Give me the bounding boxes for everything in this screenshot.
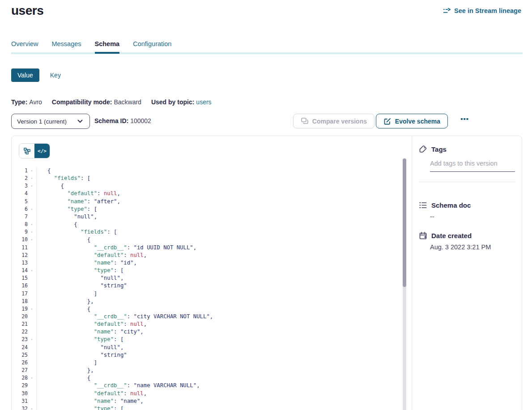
- fold-spacer: [28, 320, 36, 328]
- fold-spacer: [28, 351, 36, 359]
- line-number: 4: [12, 190, 28, 197]
- used-by-topic-label: Used by topic:: [151, 98, 194, 106]
- tree-view-button[interactable]: [19, 144, 34, 158]
- fold-arrow-icon[interactable]: ▾: [28, 228, 36, 236]
- code-text: {: [37, 167, 51, 175]
- code-line: 8▾ {: [12, 221, 396, 228]
- line-number: 14: [12, 267, 28, 274]
- code-line: 26 ]: [12, 359, 396, 367]
- line-number: 31: [12, 397, 28, 405]
- schema-meta-row: Type:Avro Compatibility mode:Backward Us…: [11, 98, 212, 106]
- gutter: 28▾: [12, 374, 37, 382]
- code-editor[interactable]: 1▾{2▾ "fields": [3▾ {4 "default": null,5…: [12, 167, 396, 410]
- compare-versions-button[interactable]: Compare versions: [293, 114, 375, 128]
- page-title: users: [11, 4, 43, 18]
- editor-scrollbar-track[interactable]: [403, 158, 406, 410]
- code-view-icon: </>: [38, 148, 47, 154]
- schema-panel: </> 1▾{2▾ "fields": [3▾ {4 "default": nu…: [11, 136, 522, 410]
- code-text: {: [37, 221, 77, 228]
- version-select[interactable]: Version 1 (current): [11, 114, 90, 129]
- code-line: 2▾ "fields": [: [12, 175, 396, 182]
- key-tab-link[interactable]: Key: [50, 72, 61, 79]
- date-created-section-heading: Date created: [419, 231, 472, 239]
- gutter: 23▾: [12, 336, 37, 343]
- fold-spacer: [28, 290, 36, 298]
- type-label: Type:: [11, 98, 27, 106]
- gutter: 24: [12, 344, 37, 351]
- tab-messages[interactable]: Messages: [51, 40, 81, 54]
- gutter: 31: [12, 397, 37, 405]
- add-tags-input[interactable]: [430, 158, 515, 172]
- value-tab-button[interactable]: Value: [11, 68, 39, 82]
- gutter: 18: [12, 298, 37, 305]
- schema-doc-heading-label: Schema doc: [431, 201, 471, 209]
- see-in-stream-lineage-link[interactable]: See in Stream lineage: [443, 7, 521, 15]
- code-line: 27 },: [12, 367, 396, 374]
- line-number: 20: [12, 313, 28, 320]
- tab-configuration[interactable]: Configuration: [133, 40, 171, 54]
- code-text: "null",: [37, 213, 97, 221]
- tab-schema[interactable]: Schema: [95, 40, 120, 54]
- gutter: 29: [12, 382, 37, 389]
- fold-spacer: [28, 198, 36, 205]
- schema-doc-section-heading: Schema doc: [419, 201, 471, 209]
- fold-spacer: [28, 282, 36, 290]
- code-line: 25 "string": [12, 351, 396, 359]
- gutter: 8▾: [12, 221, 37, 228]
- code-line: 19▾ {: [12, 305, 396, 313]
- fold-spacer: [28, 252, 36, 259]
- tags-heading-label: Tags: [431, 145, 447, 153]
- fold-arrow-icon[interactable]: ▾: [28, 175, 36, 182]
- more-options-button[interactable]: •••: [460, 115, 469, 123]
- fold-arrow-icon[interactable]: ▾: [28, 167, 36, 175]
- fold-spacer: [28, 313, 36, 320]
- list-icon: [419, 201, 427, 209]
- fold-spacer: [28, 367, 36, 374]
- code-text: "fields": [: [37, 175, 90, 182]
- code-view-button[interactable]: </>: [34, 144, 50, 158]
- code-text: "default": null,: [37, 190, 120, 197]
- gutter: 15: [12, 274, 37, 282]
- fold-spacer: [28, 274, 36, 282]
- gutter: 21: [12, 320, 37, 328]
- fold-arrow-icon[interactable]: ▾: [28, 374, 36, 382]
- line-number: 26: [12, 359, 28, 367]
- topic-link[interactable]: users: [196, 98, 211, 106]
- gutter: 4: [12, 190, 37, 197]
- fold-arrow-icon[interactable]: ▾: [28, 236, 36, 243]
- date-created-heading-label: Date created: [431, 232, 472, 239]
- evolve-schema-button[interactable]: Evolve schema: [376, 114, 448, 128]
- fold-arrow-icon[interactable]: ▾: [28, 336, 36, 343]
- code-text: "name": "name",: [37, 397, 144, 405]
- fold-arrow-icon[interactable]: ▾: [28, 182, 36, 190]
- schema-controls-row: Version 1 (current) Schema ID: 100002 Co…: [11, 114, 523, 129]
- code-text: ]: [37, 290, 97, 298]
- fold-arrow-icon[interactable]: ▾: [28, 205, 36, 213]
- compatibility-label: Compatibility mode:: [52, 98, 112, 106]
- line-number: 1: [12, 167, 28, 175]
- tags-section-heading: Tags: [419, 145, 447, 153]
- line-number: 27: [12, 367, 28, 374]
- code-text: "name": "id",: [37, 259, 137, 267]
- code-text: "name": "after",: [37, 198, 120, 205]
- fold-arrow-icon[interactable]: ▾: [28, 221, 36, 228]
- code-line: 15 "null",: [12, 274, 396, 282]
- gutter: 26: [12, 359, 37, 367]
- tab-overview[interactable]: Overview: [11, 40, 38, 54]
- gutter: 25: [12, 351, 37, 359]
- fold-arrow-icon[interactable]: ▾: [28, 305, 36, 313]
- fold-arrow-icon[interactable]: ▾: [28, 405, 36, 410]
- editor-scrollbar-thumb[interactable]: [403, 158, 406, 287]
- type-field: Type:Avro: [11, 98, 42, 106]
- code-line: 32▾ "type": [: [12, 405, 396, 410]
- code-text: ]: [37, 359, 97, 367]
- gutter: 6▾: [12, 205, 37, 213]
- gutter: 7: [12, 213, 37, 221]
- code-line: 17 ]: [12, 290, 396, 298]
- stream-lineage-icon: [443, 7, 451, 15]
- code-line: 23▾ "type": [: [12, 336, 396, 343]
- code-line: 12 "default": null,: [12, 252, 396, 259]
- line-number: 10: [12, 236, 28, 243]
- fold-arrow-icon[interactable]: ▾: [28, 267, 36, 274]
- gutter: 13: [12, 259, 37, 267]
